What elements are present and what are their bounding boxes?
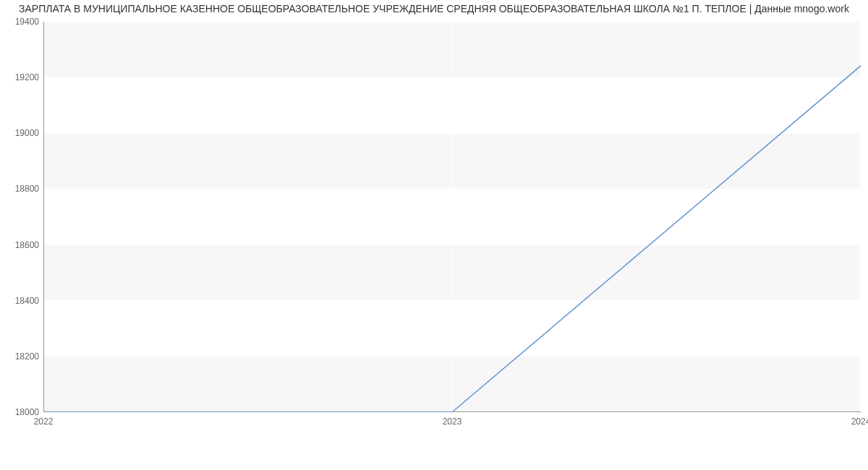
y-tick-label: 18600 (3, 240, 39, 250)
y-tick-label: 18800 (3, 184, 39, 194)
y-tick-label: 18000 (3, 407, 39, 417)
y-tick-label: 18400 (3, 296, 39, 306)
x-tick-label: 2024 (851, 416, 868, 427)
x-tick-label: 2023 (443, 416, 462, 427)
chart-container: ЗАРПЛАТА В МУНИЦИПАЛЬНОЕ КАЗЕННОЕ ОБЩЕОБ… (0, 0, 868, 470)
chart-title: ЗАРПЛАТА В МУНИЦИПАЛЬНОЕ КАЗЕННОЕ ОБЩЕОБ… (0, 3, 868, 14)
y-tick-label: 19000 (3, 128, 39, 138)
chart-svg (43, 22, 861, 412)
plot-area (43, 22, 861, 412)
y-tick-label: 19400 (3, 17, 39, 27)
y-tick-label: 18200 (3, 351, 39, 362)
x-tick-label: 2022 (34, 416, 54, 427)
y-tick-label: 19200 (3, 72, 39, 82)
